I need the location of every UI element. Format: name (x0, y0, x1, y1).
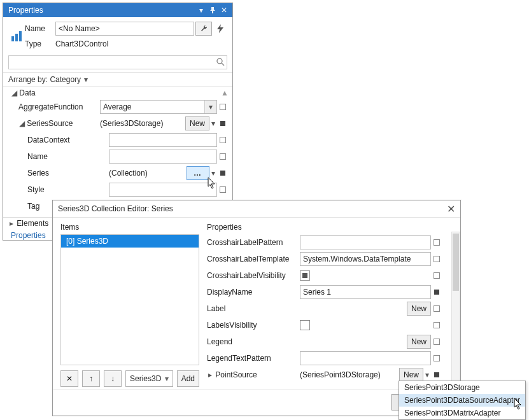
prop-label: Legend (207, 337, 300, 346)
aggregate-function-combo[interactable]: Average ▾ (100, 100, 217, 114)
style-input[interactable] (109, 183, 217, 197)
prop-label: LabelsVisibility (207, 321, 300, 330)
type-label: Type (25, 39, 55, 48)
name-label: Name (25, 24, 55, 33)
close-icon[interactable]: ✕ (218, 4, 230, 16)
series-value: (Collection) (109, 169, 187, 178)
dialog-title: Series3D Collection Editor: Series (58, 204, 173, 213)
svg-rect-2 (19, 31, 22, 41)
scrollbar[interactable] (451, 232, 460, 386)
tab-properties[interactable]: Properties (7, 229, 50, 241)
properties-title: Properties (8, 6, 43, 15)
reset-marker[interactable] (220, 153, 226, 160)
svg-point-3 (217, 59, 222, 64)
legend-text-pattern-input[interactable] (300, 351, 431, 365)
menu-item[interactable]: SeriesPoint3DStorage (399, 381, 525, 394)
series-ellipsis-button[interactable]: … (187, 166, 209, 180)
reset-marker[interactable] (220, 186, 226, 193)
wrench-icon[interactable] (195, 22, 212, 36)
prop-label: CrosshairLabelTemplate (207, 255, 300, 263)
group-data[interactable]: ◢ Data ▲ (7, 87, 229, 99)
reset-marker[interactable] (434, 256, 440, 262)
chevron-down-icon[interactable]: ▾ (423, 370, 431, 379)
chart3d-icon (8, 28, 25, 45)
reset-marker[interactable] (434, 322, 440, 328)
lightning-icon[interactable] (213, 22, 227, 36)
add-item-button[interactable]: Add (177, 370, 199, 387)
prop-label: CrosshairLabelVisibility (207, 271, 300, 280)
chevron-down-icon[interactable]: ▾ (209, 119, 217, 128)
list-item[interactable]: [0] Series3D (61, 235, 199, 248)
seriessource-new-button[interactable]: New (185, 116, 209, 130)
chevron-down-icon: ▾ (204, 101, 216, 113)
reset-marker[interactable] (220, 121, 225, 126)
expander-icon[interactable]: ◢ (18, 119, 25, 128)
move-up-button[interactable]: ↑ (82, 370, 100, 387)
items-listbox[interactable]: [0] Series3D (60, 234, 199, 365)
crosshair-visibility-check[interactable] (300, 270, 310, 281)
labels-visibility-check[interactable] (300, 320, 310, 330)
datacontext-input[interactable] (109, 133, 217, 147)
expander-icon: ▸ (8, 219, 15, 228)
search-input[interactable] (8, 55, 227, 69)
prop-label: DisplayName (207, 288, 300, 297)
display-name-input[interactable] (300, 285, 431, 299)
inner-name-input[interactable] (109, 150, 217, 164)
close-icon[interactable]: ✕ (447, 203, 455, 215)
search-icon (216, 57, 225, 66)
series-type-combo[interactable]: Series3D ▾ (125, 370, 173, 387)
pointsource-new-button[interactable]: New (399, 368, 423, 382)
svg-rect-1 (15, 34, 18, 41)
prop-label: Label (207, 304, 300, 313)
prop-label-seriessource: ◢ SeriesSource (7, 119, 100, 128)
prop-label-aggregate: AggregateFunction (7, 102, 100, 111)
reset-marker[interactable] (220, 137, 226, 143)
chevron-down-icon: ▾ (165, 374, 169, 383)
prop-label-style: Style (7, 185, 109, 194)
menu-item[interactable]: SeriesPoint3DDataSourceAdapter (399, 394, 525, 407)
chevron-down-icon[interactable]: ▾ (209, 169, 217, 178)
scroll-up-icon[interactable]: ▲ (221, 88, 229, 97)
svg-rect-0 (11, 36, 14, 41)
prop-label: CrosshairLabelPattern (207, 238, 300, 247)
reset-marker[interactable] (220, 171, 225, 176)
move-down-button[interactable]: ↓ (104, 370, 122, 387)
pointsource-type-menu: SeriesPoint3DStorage SeriesPoint3DDataSo… (399, 381, 526, 420)
type-value: Chart3DControl (55, 39, 108, 48)
arrange-by-dropdown[interactable]: Arrange by: Category ▾ (3, 73, 232, 87)
chevron-down-icon[interactable]: ▾ (195, 4, 207, 16)
reset-marker[interactable] (220, 104, 226, 110)
pin-icon[interactable] (207, 4, 218, 16)
prop-label: ▸ PointSource (207, 370, 300, 379)
properties-heading: Properties (207, 223, 242, 232)
legend-new-button[interactable]: New (407, 335, 431, 349)
label-new-button[interactable]: New (407, 302, 431, 316)
properties-titlebar: Properties ▾ ✕ (3, 3, 232, 17)
chevron-down-icon: ▾ (83, 75, 89, 84)
items-heading: Items (60, 223, 199, 232)
crosshair-template-combo[interactable]: System.Windows.DataTemplate (300, 252, 431, 266)
prop-label-datacontext: DataContext (7, 136, 109, 144)
crosshair-pattern-input[interactable] (300, 235, 431, 249)
seriessource-value: (Series3DStorage) (100, 119, 185, 128)
reset-marker[interactable] (434, 355, 440, 361)
prop-label: LegendTextPattern (207, 354, 300, 363)
reset-marker[interactable] (434, 305, 440, 312)
prop-label-series: Series (7, 169, 109, 178)
reset-marker[interactable] (434, 272, 440, 279)
reset-marker[interactable] (434, 372, 439, 377)
reset-marker[interactable] (434, 339, 440, 345)
delete-item-button[interactable]: ✕ (60, 370, 78, 387)
pointsource-value: (SeriesPoint3DStorage) (300, 370, 399, 379)
reset-marker[interactable] (434, 290, 439, 295)
name-input[interactable] (55, 22, 194, 36)
expander-icon: ◢ (11, 88, 17, 97)
reset-marker[interactable] (434, 239, 440, 246)
menu-item[interactable]: SeriesPoint3DMatrixAdapter (399, 407, 525, 419)
svg-line-4 (222, 63, 224, 66)
prop-label-name: Name (7, 152, 109, 161)
expander-icon[interactable]: ▸ (207, 370, 213, 379)
